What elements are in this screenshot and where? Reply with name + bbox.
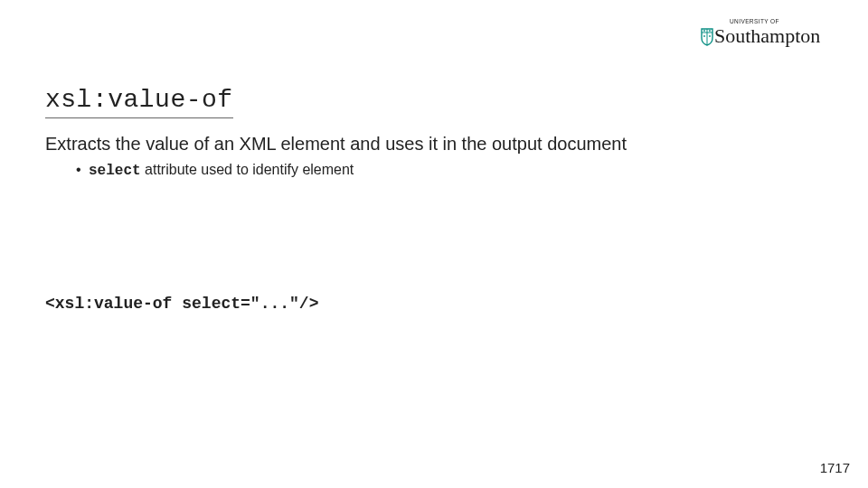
logo-prefix: UNIVERSITY OF [730, 18, 779, 24]
bullet-item: select attribute used to identify elemen… [76, 162, 823, 179]
university-logo: UNIVERSITY OF Southampton [700, 16, 844, 51]
bullet-rest: attribute used to identify element [141, 162, 354, 177]
code-sample: <xsl:value-of select="..."/> [45, 295, 318, 313]
page-number: 1717 [820, 460, 850, 475]
slide: UNIVERSITY OF Southampton xsl:value-of E… [0, 0, 868, 488]
svg-point-0 [703, 30, 705, 32]
intro-text: Extracts the value of an XML element and… [45, 134, 823, 155]
logo-name: Southampton [714, 24, 820, 47]
slide-title: xsl:value-of [45, 86, 233, 118]
bullet-code-word: select [89, 163, 141, 179]
bullet-list: select attribute used to identify elemen… [45, 162, 823, 179]
svg-point-2 [703, 35, 705, 37]
svg-point-1 [709, 30, 711, 32]
svg-point-3 [709, 35, 711, 37]
slide-body: Extracts the value of an XML element and… [45, 134, 823, 179]
crest-icon [702, 29, 712, 45]
logo-svg: UNIVERSITY OF Southampton [700, 16, 844, 47]
